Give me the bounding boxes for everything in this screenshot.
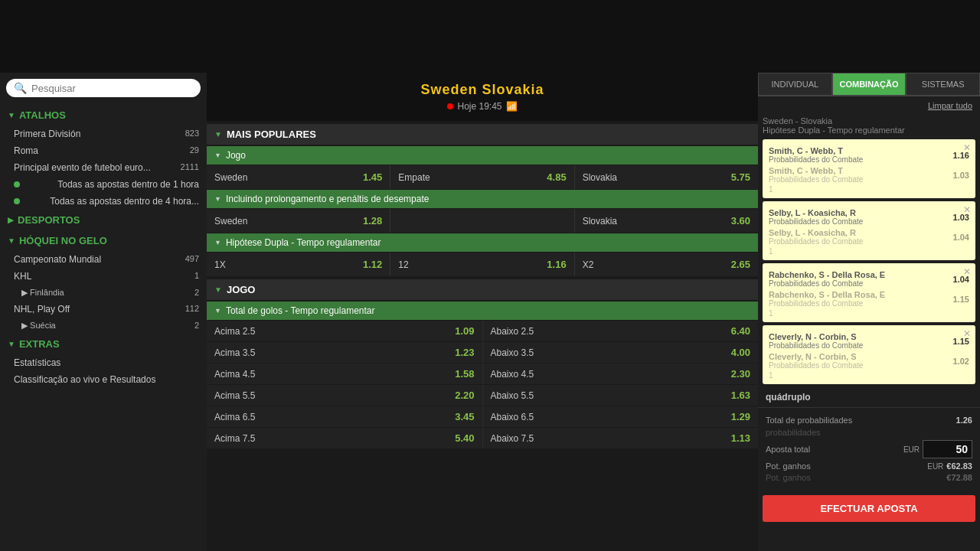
above-cell[interactable]: Acima 3.5 1.23 bbox=[207, 342, 483, 363]
total-bet-row: Acima 2.5 1.09 Abaixo 2.5 6.40 bbox=[207, 321, 758, 341]
top-bar bbox=[0, 0, 980, 73]
bet-cell-sweden[interactable]: Sweden 1.45 bbox=[207, 165, 390, 189]
total-golos-header[interactable]: ▼ Total de golos - Tempo regulamentar bbox=[207, 302, 758, 320]
aposta-label: Aposta total bbox=[766, 445, 810, 454]
sidebar-item-nhl-playoff[interactable]: NHL, Play Off 112 bbox=[0, 301, 207, 318]
slip-sub-odd: 1.15 bbox=[953, 295, 969, 304]
close-icon[interactable]: ✕ bbox=[963, 142, 971, 153]
slip-sub-market: Probabilidades do Combate bbox=[769, 237, 863, 246]
slip-market-name: Probabilidades do Combate bbox=[769, 341, 863, 350]
below-cell[interactable]: Abaixo 3.5 4.00 bbox=[483, 342, 759, 363]
sidebar-item-1hora[interactable]: Todas as apostas dentro de 1 hora bbox=[0, 176, 207, 193]
bet-cell-x2[interactable]: X2 2.65 bbox=[575, 253, 758, 276]
above-cell[interactable]: Acima 5.5 2.20 bbox=[207, 385, 483, 406]
bet-cell-sweden-prol[interactable]: Sweden 1.28 bbox=[207, 209, 390, 233]
right-tabs: INDIVIDUAL COMBINAÇÃO SISTEMAS bbox=[758, 73, 980, 96]
aposta-input-row[interactable]: Aposta total EUR bbox=[766, 440, 972, 458]
center-panel: Sweden Slovakia Hoje 19:45 📶 ▼ MAIS POPU… bbox=[207, 73, 758, 551]
prolongamento-bet-row: Sweden 1.28 Slovakia 3.60 bbox=[207, 209, 758, 233]
bet-cell-empate[interactable]: Empate 4.85 bbox=[390, 165, 574, 189]
total-bet-row: Acima 3.5 1.23 Abaixo 3.5 4.00 bbox=[207, 342, 758, 363]
sidebar-item-mundial[interactable]: Campeonato Mundial 497 bbox=[0, 251, 207, 268]
prolongamento-header[interactable]: ▼ Incluindo prolongamento e penáltis de … bbox=[207, 190, 758, 208]
slip-market-name: Probabilidades do Combate bbox=[769, 279, 885, 288]
slip-sub-odd: 1.02 bbox=[953, 357, 969, 366]
submit-button[interactable]: EFECTUAR APOSTA bbox=[763, 495, 975, 522]
section-atalhos[interactable]: ▼ ATALHOS bbox=[0, 105, 207, 126]
below-cell[interactable]: Abaixo 7.5 1.13 bbox=[483, 428, 759, 448]
limpar-button[interactable]: Limpar tudo bbox=[928, 101, 972, 110]
jogo-section-header[interactable]: ▼ JOGO bbox=[207, 279, 758, 300]
jogo-bet-row: Sweden 1.45 Empate 4.85 Slovakia 5.75 bbox=[207, 165, 758, 189]
sidebar-item-suecia[interactable]: ▶ Suécia 2 bbox=[0, 318, 207, 334]
sidebar-item-4hora[interactable]: Todas as apostas dentro de 4 hora... bbox=[0, 193, 207, 210]
section-extras[interactable]: ▼ EXTRAS bbox=[0, 334, 207, 354]
live-dot-icon bbox=[14, 198, 20, 204]
pot-ganhos-row: Pot. ganhos EUR €62.83 bbox=[766, 461, 972, 471]
match-title: Sweden Slovakia bbox=[216, 82, 749, 98]
bet-cell-slovakia[interactable]: Slovakia 5.75 bbox=[575, 165, 758, 189]
bet-slip-item: ✕ Smith, C - Webb, T Probabilidades do C… bbox=[763, 139, 975, 198]
hipotese-header[interactable]: ▼ Hipótese Dupla - Tempo regulamentar bbox=[207, 233, 758, 252]
totals-container: Acima 2.5 1.09 Abaixo 2.5 6.40 Acima 3.5… bbox=[207, 321, 758, 448]
above-cell[interactable]: Acima 7.5 5.40 bbox=[207, 428, 483, 448]
live-indicator bbox=[447, 103, 453, 109]
arrow-icon: ▼ bbox=[8, 340, 15, 348]
arrow-icon: ▼ bbox=[214, 195, 221, 203]
arrow-icon: ▼ bbox=[8, 236, 15, 245]
hipotese-bet-row: 1X 1.12 12 1.16 X2 2.65 bbox=[207, 253, 758, 276]
slip-match-name: Smith, C - Webb, T bbox=[769, 146, 863, 155]
slip-sub-match: Rabchenko, S - Della Rosa, E bbox=[769, 290, 885, 299]
right-panel: INDIVIDUAL COMBINAÇÃO SISTEMAS Limpar tu… bbox=[758, 73, 980, 551]
sidebar-item-roma[interactable]: Roma 29 bbox=[0, 142, 207, 159]
above-cell[interactable]: Acima 6.5 3.45 bbox=[207, 406, 483, 427]
slip-sub-market: Probabilidades do Combate bbox=[769, 175, 863, 184]
sidebar-item-classificacao[interactable]: Classificação ao vivo e Resultados bbox=[0, 371, 207, 388]
slip-sub-match: Cleverly, N - Corbin, S bbox=[769, 352, 863, 361]
aposta-value-input[interactable] bbox=[923, 440, 972, 458]
below-cell[interactable]: Abaixo 4.5 2.30 bbox=[483, 364, 759, 384]
slip-sub-odd: 1.04 bbox=[953, 233, 969, 242]
mais-populares-header[interactable]: ▼ MAIS POPULARES bbox=[207, 124, 758, 145]
match-time: Hoje 19:45 📶 bbox=[216, 101, 749, 112]
sidebar-item-finlandia[interactable]: ▶ Finlândia 2 bbox=[0, 285, 207, 301]
slip-market-name: Probabilidades do Combate bbox=[769, 217, 863, 226]
slip-market-name: Probabilidades do Combate bbox=[769, 155, 863, 164]
arrow-icon: ▼ bbox=[8, 111, 15, 119]
arrow-icon: ▼ bbox=[214, 239, 221, 246]
sidebar-item-primera[interactable]: Primera División 823 bbox=[0, 126, 207, 142]
tab-combinacao[interactable]: COMBINAÇÃO bbox=[832, 73, 906, 96]
sidebar-item-principal[interactable]: Principal evento de futebol euro... 2111 bbox=[0, 159, 207, 176]
slip-sub-market: Probabilidades do Combate bbox=[769, 299, 885, 308]
pot-ganhos-ghost-row: Pot. ganhos €72.88 bbox=[766, 473, 972, 482]
arrow-icon: ▼ bbox=[214, 307, 221, 315]
sidebar-item-khl[interactable]: KHL 1 bbox=[0, 268, 207, 285]
search-bar[interactable]: 🔍 bbox=[6, 79, 201, 97]
jogo-subsection-header[interactable]: ▼ Jogo bbox=[207, 146, 758, 165]
below-cell[interactable]: Abaixo 5.5 1.63 bbox=[483, 385, 759, 406]
above-cell[interactable]: Acima 2.5 1.09 bbox=[207, 321, 483, 341]
below-cell[interactable]: Abaixo 2.5 6.40 bbox=[483, 321, 759, 341]
close-icon[interactable]: ✕ bbox=[963, 204, 971, 215]
bet-cell-12[interactable]: 12 1.16 bbox=[390, 253, 574, 276]
bet-cell-1x[interactable]: 1X 1.12 bbox=[207, 253, 390, 276]
search-input[interactable] bbox=[31, 83, 193, 94]
below-cell[interactable]: Abaixo 6.5 1.29 bbox=[483, 406, 759, 427]
tab-sistemas[interactable]: SISTEMAS bbox=[906, 73, 980, 96]
tab-individual[interactable]: INDIVIDUAL bbox=[758, 73, 832, 96]
betslip-match-label: Sweden - Slovakia Hipótese Dupla - Tempo… bbox=[758, 115, 980, 136]
total-bet-row: Acima 6.5 3.45 Abaixo 6.5 1.29 bbox=[207, 406, 758, 427]
slip-sub-match: Smith, C - Webb, T bbox=[769, 166, 863, 175]
slip-sub-match: Selby, L - Koasicha, R bbox=[769, 228, 863, 237]
section-hoquei[interactable]: ▼ HÓQUEI NO GELO bbox=[0, 230, 207, 251]
sidebar-item-estatisticas[interactable]: Estatísticas bbox=[0, 354, 207, 371]
right-top-bar: Limpar tudo bbox=[758, 96, 980, 115]
close-icon[interactable]: ✕ bbox=[963, 328, 971, 339]
bet-cell-slovakia-prol[interactable]: Slovakia 3.60 bbox=[575, 209, 758, 233]
close-icon[interactable]: ✕ bbox=[963, 266, 971, 277]
above-cell[interactable]: Acima 4.5 1.58 bbox=[207, 364, 483, 384]
total-prob-line: Total de probabilidades 1.26 bbox=[766, 416, 972, 425]
bet-slip-item: ✕ Cleverly, N - Corbin, S Probabilidades… bbox=[763, 325, 975, 384]
sidebar: 🔍 ▼ ATALHOS Primera División 823 Roma 29… bbox=[0, 73, 207, 551]
section-desportos[interactable]: ▶ DESPORTOS bbox=[0, 210, 207, 230]
